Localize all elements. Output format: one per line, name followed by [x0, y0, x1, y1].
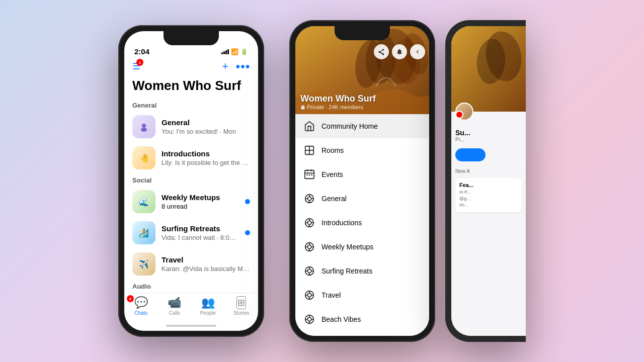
- chat-preview: You: I'm so excited! · Mon: [162, 128, 250, 135]
- tab-people[interactable]: 👥 People: [191, 296, 225, 316]
- channel-icon: [302, 192, 316, 206]
- calls-icon: 📹: [168, 296, 181, 309]
- menu-item-rooms[interactable]: Rooms: [295, 138, 429, 162]
- people-icon: 👥: [201, 296, 215, 309]
- chat-name: Travel: [162, 255, 250, 264]
- menu-label: Surfing Retreats: [321, 267, 372, 275]
- chat-name: General: [162, 118, 250, 127]
- chat-name: Introductions: [162, 149, 250, 158]
- notch-2: [335, 26, 390, 40]
- group-info: Women Who Surf Private · 24K members: [300, 94, 376, 110]
- group-name: Women Who Surf: [300, 94, 376, 104]
- chat-list: General General You: I'm so excited! · M…: [124, 99, 258, 293]
- tab-stories[interactable]: ⊞ Stories: [225, 296, 259, 316]
- rooms-icon: [302, 143, 316, 157]
- community-title: Women Who Surf: [124, 77, 258, 99]
- menu-item-general[interactable]: General: [295, 187, 429, 211]
- sidebar-menu: Community Home Rooms: [295, 114, 429, 336]
- chat-meta: [245, 199, 250, 204]
- tab-chats[interactable]: 💬 4 Chats: [124, 296, 158, 316]
- phone3-title: Su...: [455, 129, 522, 137]
- phone-3-content: Su... Pr... New A Fea... In P...@g...ou.…: [451, 26, 526, 336]
- section-social: Social: [124, 173, 258, 186]
- notch-1: [164, 31, 219, 45]
- chat-preview: 8 unread: [162, 203, 239, 210]
- tab-label: Calls: [169, 310, 180, 316]
- chat-info-intro: Introductions Lily: Is it possible to ge…: [162, 149, 250, 166]
- events-icon: [302, 167, 316, 182]
- tab-label: Chats: [134, 310, 147, 316]
- chat-name: Surfing Retreats: [162, 224, 239, 233]
- chat-info-surfing: Surfing Retreats Vida: I cannot wait · 8…: [162, 224, 239, 241]
- section-audio: Audio: [124, 280, 258, 292]
- list-item[interactable]: 🏖️ Beach Vibes Alex +5 others are in her…: [124, 292, 258, 293]
- svg-text:🌊: 🌊: [139, 197, 149, 207]
- svg-point-31: [307, 221, 311, 224]
- share-button[interactable]: [374, 44, 389, 59]
- tab-calls[interactable]: 📹 Calls: [158, 296, 192, 316]
- signal-icon: [221, 49, 229, 54]
- bell-button[interactable]: [392, 44, 407, 59]
- svg-point-37: [307, 245, 311, 248]
- list-item[interactable]: 🏄 Surfing Retreats Vida: I cannot wait ·…: [124, 217, 258, 248]
- home-icon: [302, 119, 316, 133]
- menu-item-events[interactable]: Events: [295, 162, 429, 187]
- sidebar-screen: Women Who Surf Private · 24K members: [295, 26, 429, 336]
- chat-list-screen: 2:04 📶 🔋 ☰: [124, 31, 258, 331]
- unread-dot: [245, 199, 250, 204]
- members-count: 24K members: [329, 104, 363, 110]
- avatar-weekly: 🌊: [132, 190, 155, 213]
- phone3-hero: [451, 26, 526, 112]
- menu-item-weekly-meetups[interactable]: Weekly Meetups: [295, 235, 429, 259]
- menu-label: Community Home: [321, 122, 378, 130]
- svg-point-55: [307, 317, 311, 321]
- unread-dot: [245, 230, 250, 235]
- back-button[interactable]: [410, 44, 425, 59]
- chat-header: ☰ 1 + ●●●: [124, 58, 258, 77]
- svg-text:🤚: 🤚: [140, 153, 150, 163]
- channel-icon-6: [302, 312, 316, 326]
- chat-preview: Vida: I cannot wait · 8:03 pm: [162, 234, 239, 241]
- chat-meta: [245, 230, 250, 235]
- chat-info-weekly: Weekly Meetups 8 unread: [162, 193, 239, 210]
- chats-icon: 💬: [134, 296, 148, 309]
- menu-button[interactable]: ☰ 1: [132, 61, 140, 72]
- menu-item-community-home[interactable]: Community Home: [295, 114, 429, 138]
- chat-name: Weekly Meetups: [162, 193, 239, 202]
- menu-item-surfing-retreats[interactable]: Surfing Retreats: [295, 259, 429, 283]
- chat-info-general: General You: I'm so excited! · Mon: [162, 118, 250, 135]
- more-icon[interactable]: ●●●: [235, 62, 250, 71]
- menu-label: Introductions: [321, 219, 362, 227]
- menu-label: Beach Vibes: [321, 315, 361, 323]
- section-general: General: [124, 99, 258, 111]
- menu-label: Rooms: [321, 146, 344, 154]
- tab-bar: 💬 4 Chats 📹 Calls 👥 People ⊞: [124, 293, 258, 318]
- channel-icon-2: [302, 216, 316, 230]
- phone-1: 2:04 📶 🔋 ☰: [118, 25, 264, 337]
- status-icons: 📶 🔋: [221, 48, 248, 55]
- menu-label: Weekly Meetups: [321, 243, 373, 251]
- channel-icon-3: [302, 240, 316, 254]
- separator: ·: [326, 104, 327, 110]
- list-item[interactable]: 🌊 Weekly Meetups 8 unread: [124, 186, 258, 217]
- chat-info-travel: Travel Karan: @Vida is basically Maguyve…: [162, 255, 250, 273]
- avatar-travel: ✈️: [132, 252, 155, 276]
- phone-2-screen: Women Who Surf Private · 24K members: [295, 26, 429, 336]
- list-item[interactable]: 🤚 Introductions Lily: Is it possible to …: [124, 142, 258, 173]
- phone-3-partial: Su... Pr... New A Fea... In P...@g...ou.…: [445, 20, 526, 342]
- add-icon[interactable]: +: [222, 60, 228, 73]
- menu-item-introductions[interactable]: Introductions: [295, 211, 429, 235]
- list-item[interactable]: ✈️ Travel Karan: @Vida is basically Magu…: [124, 248, 258, 280]
- tab-label: People: [200, 310, 216, 316]
- menu-item-travel[interactable]: Travel: [295, 283, 429, 307]
- list-item[interactable]: General You: I'm so excited! · Mon: [124, 111, 258, 142]
- menu-item-beach-vibes[interactable]: Beach Vibes: [295, 307, 429, 331]
- menu-item-buying-selling[interactable]: Buying/Selling Gear: [295, 331, 429, 336]
- svg-point-1: [141, 128, 147, 132]
- hero-actions: [374, 44, 425, 59]
- phone3-sub: Pr...: [455, 137, 522, 142]
- menu-label: General: [321, 195, 347, 203]
- svg-point-0: [142, 124, 146, 128]
- header-actions: + ●●●: [222, 60, 250, 73]
- phone-1-screen: 2:04 📶 🔋 ☰: [124, 31, 258, 331]
